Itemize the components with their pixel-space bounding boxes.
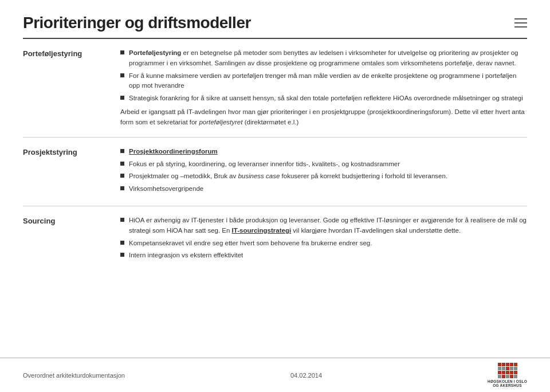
section-content-prosjektstyring: Prosjektkoordineringsforum Fokus er på s… [120, 147, 527, 197]
bullet-icon [120, 162, 124, 166]
bullet-icon [120, 50, 124, 54]
menu-icon[interactable] [514, 14, 527, 28]
text-span: Porteføljestyring er en betegnelse på me… [129, 49, 518, 66]
bullet-icon [120, 186, 124, 190]
logo-text-line1: HØGSKOLEN I OSLO [488, 379, 527, 383]
bullet-icon [120, 149, 124, 153]
header: Prioriteringer og driftsmodeller [0, 0, 550, 38]
bullet-icon [120, 96, 124, 100]
bullet-text: Prosjektkoordineringsforum [129, 147, 527, 157]
section-portefoljestyring: Porteføljestyring Porteføljestyring er e… [23, 39, 527, 138]
footer-logo: HØGSKOLEN I OSLO OG AKERSHUS [488, 363, 527, 387]
bullet-text: Porteføljestyring er en betegnelse på me… [129, 48, 527, 69]
bold-span: Porteføljestyring [129, 49, 181, 56]
italic-text: porteføljestyret [199, 119, 242, 126]
bullet-text: For å kunne maksimere verdien av portefø… [129, 71, 527, 92]
section-label-prosjektstyring: Prosjektstyring [23, 147, 120, 156]
section-sourcing: Sourcing HiOA er avhengig av IT-tjeneste… [23, 206, 527, 272]
list-item: Virksomhetsovergripende [120, 184, 527, 194]
bullet-icon [120, 253, 124, 257]
bullet-list-sourcing: HiOA er avhengig av IT-tjenester i både … [120, 215, 527, 261]
bullet-list-prosjektstyring: Prosjektkoordineringsforum Fokus er på s… [120, 147, 527, 194]
list-item: Fokus er på styring, koordinering, og le… [120, 159, 527, 170]
footer-date: 04.02.2014 [290, 372, 322, 379]
section-label-sourcing: Sourcing [23, 215, 120, 225]
bullet-text: Fokus er på styring, koordinering, og le… [129, 159, 527, 170]
list-item: Kompetansekravet vil endre seg etter hve… [120, 238, 527, 249]
logo-text-line2: OG AKERSHUS [493, 383, 521, 387]
list-item: Strategisk forankring for å sikre at uan… [120, 93, 527, 104]
bullet-text: Prosjektmaler og –metodikk, Bruk av busi… [129, 171, 527, 182]
footer: Overordnet arkitekturdokumentasjon 04.02… [0, 358, 550, 392]
bullet-icon [120, 218, 124, 222]
bullet-text: Virksomhetsovergripende [129, 184, 527, 194]
list-item: Prosjektkoordineringsforum [120, 147, 527, 157]
page-title: Prioriteringer og driftsmodeller [23, 14, 251, 32]
section-label-portefoljestyring: Porteføljestyring [23, 48, 120, 58]
bullet-icon [120, 241, 124, 245]
main-content: Porteføljestyring Porteføljestyring er e… [0, 39, 550, 358]
list-item: For å kunne maksimere verdien av portefø… [120, 71, 527, 92]
list-item: Porteføljestyring er en betegnelse på me… [120, 48, 527, 69]
section-content-portefoljestyring: Porteføljestyring er en betegnelse på me… [120, 48, 527, 128]
list-item: HiOA er avhengig av IT-tjenester i både … [120, 215, 527, 236]
underline-bold-text: IT-sourcingstrategi [232, 227, 292, 234]
section-prosjektstyring: Prosjektstyring Prosjektkoordineringsfor… [23, 138, 527, 206]
italic-text: business case [238, 173, 280, 179]
bullet-text: Kompetansekravet vil endre seg etter hve… [129, 238, 527, 249]
list-item: Intern integrasjon vs ekstern effektivit… [120, 250, 527, 261]
bullet-icon [120, 174, 124, 178]
bullet-icon [120, 73, 124, 77]
list-item: Prosjektmaler og –metodikk, Bruk av busi… [120, 171, 527, 182]
bullet-text: Intern integrasjon vs ekstern effektivit… [129, 250, 527, 261]
page: Prioriteringer og driftsmodeller Portefø… [0, 0, 550, 392]
bullet-text: HiOA er avhengig av IT-tjenester i både … [129, 215, 527, 236]
section-content-sourcing: HiOA er avhengig av IT-tjenester i både … [120, 215, 527, 263]
bullet-text: Strategisk forankring for å sikre at uan… [129, 93, 527, 104]
footer-left-text: Overordnet arkitekturdokumentasjon [23, 372, 125, 379]
sub-paragraph: Arbeid er igangsatt på IT-avdelingen hvo… [120, 107, 527, 128]
bullet-list-portefoljestyring: Porteføljestyring er en betegnelse på me… [120, 48, 527, 104]
